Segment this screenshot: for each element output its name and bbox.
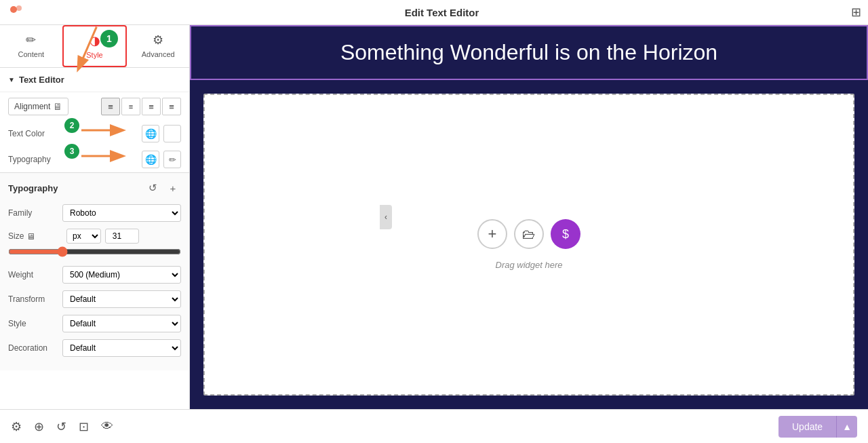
tab-bar: ✏ Content ◑ Style ⚙ Advanced xyxy=(0,25,189,68)
typography-panel: Typography ↺ + Family Roboto Arial Georg… xyxy=(0,172,189,370)
sidebar: ✏ Content ◑ Style ⚙ Advanced ▼ Text Edit… xyxy=(0,25,190,409)
text-color-globe-btn[interactable]: 🌐 xyxy=(142,125,159,142)
typography-edit-btn[interactable]: ✏ xyxy=(163,151,181,168)
tab-content-label: Content xyxy=(18,50,45,58)
weight-value: 100 (Thin) 300 (Light) 400 (Normal) 500 … xyxy=(62,266,181,284)
drop-buttons: + 🗁 $ xyxy=(477,219,580,249)
transform-select[interactable]: Default Uppercase Lowercase Capitalize xyxy=(62,290,181,308)
main-layout: ✏ Content ◑ Style ⚙ Advanced ▼ Text Edit… xyxy=(0,25,868,409)
add-widget-btn[interactable]: + xyxy=(477,219,507,249)
style-value: Default Normal Italic Oblique xyxy=(62,315,181,332)
section-title: Text Editor xyxy=(19,75,64,85)
annotation-arrow-3 xyxy=(81,149,129,165)
section-arrow: ▼ xyxy=(8,76,15,83)
monitor-icon: 🖥 xyxy=(53,101,62,112)
logo xyxy=(7,3,26,22)
responsive-icon[interactable]: ⊡ xyxy=(79,419,89,434)
style-row: Style Default Normal Italic Oblique xyxy=(8,315,181,332)
canvas-area: ‹ Something Wonderful is on the Horizon … xyxy=(190,25,868,409)
app-icon: $ xyxy=(562,227,569,242)
top-bar: Edit Text Editor ⊞ xyxy=(0,0,868,25)
page-title: Edit Text Editor xyxy=(33,7,851,18)
size-unit-select[interactable]: px em rem % xyxy=(66,229,101,244)
typography-panel-header: Typography ↺ + xyxy=(8,180,181,196)
decoration-value: Default Underline Overline Line Through xyxy=(62,339,181,357)
weight-label: Weight xyxy=(8,270,62,280)
alignment-row: Alignment 🖥 ≡ ≡ ≡ ≡ xyxy=(0,92,189,121)
transform-value: Default Uppercase Lowercase Capitalize xyxy=(62,290,181,308)
bottom-icons: ⚙ ⊕ ↺ ⊡ 👁 xyxy=(11,419,113,434)
typography-globe-btn[interactable]: 🌐 xyxy=(142,151,159,168)
tab-content[interactable]: ✏ Content xyxy=(0,25,62,67)
drop-text: Drag widget here xyxy=(496,260,563,270)
size-label: Size 🖥 xyxy=(8,231,62,242)
preview-icon[interactable]: 👁 xyxy=(101,419,113,434)
size-slider[interactable] xyxy=(8,246,181,257)
style-select[interactable]: Default Normal Italic Oblique xyxy=(62,315,181,332)
content-icon: ✏ xyxy=(26,33,36,47)
tab-advanced-label: Advanced xyxy=(142,50,175,58)
typography-reset-btn[interactable]: ↺ xyxy=(144,180,161,196)
align-right-btn[interactable]: ≡ xyxy=(142,98,161,115)
align-left-btn[interactable]: ≡ xyxy=(101,98,120,115)
alignment-label: Alignment 🖥 xyxy=(8,98,68,115)
align-center-btn[interactable]: ≡ xyxy=(121,98,140,115)
text-editor-section[interactable]: ▼ Text Editor xyxy=(0,68,189,92)
update-chevron-btn[interactable]: ▲ xyxy=(836,416,857,438)
typography-add-btn[interactable]: + xyxy=(165,180,181,196)
settings-icon[interactable]: ⚙ xyxy=(11,419,22,434)
size-controls: px em rem % xyxy=(66,229,181,244)
alignment-group: ≡ ≡ ≡ ≡ xyxy=(101,98,181,115)
family-select[interactable]: Roboto Arial Georgia Open Sans Lato xyxy=(62,204,181,222)
family-row: Family Roboto Arial Georgia Open Sans La… xyxy=(8,204,181,222)
canvas-title: Something Wonderful is on the Horizon xyxy=(340,40,717,64)
svg-point-0 xyxy=(10,6,17,13)
text-color-swatch[interactable] xyxy=(163,125,181,142)
folder-btn[interactable]: 🗁 xyxy=(514,219,544,249)
typography-controls: 🌐 ✏ xyxy=(142,151,181,168)
canvas-drop-area: + 🗁 $ Drag widget here xyxy=(203,94,854,396)
weight-row: Weight 100 (Thin) 300 (Light) 400 (Norma… xyxy=(8,266,181,284)
svg-point-1 xyxy=(16,5,22,11)
align-justify-btn[interactable]: ≡ xyxy=(162,98,181,115)
decoration-row: Decoration Default Underline Overline Li… xyxy=(8,339,181,357)
transform-row: Transform Default Uppercase Lowercase Ca… xyxy=(8,290,181,308)
bottom-bar: ⚙ ⊕ ↺ ⊡ 👁 Update ▲ xyxy=(0,409,868,443)
layers-icon[interactable]: ⊕ xyxy=(34,419,44,434)
canvas-title-bar: Something Wonderful is on the Horizon xyxy=(190,25,868,80)
history-icon[interactable]: ↺ xyxy=(56,419,66,434)
family-value: Roboto Arial Georgia Open Sans Lato xyxy=(62,204,181,222)
typography-panel-title: Typography xyxy=(8,183,58,193)
transform-label: Transform xyxy=(8,294,62,304)
update-group: Update ▲ xyxy=(778,416,857,438)
style-icon: ◑ xyxy=(90,33,100,48)
slider-row xyxy=(8,246,181,266)
size-input[interactable] xyxy=(105,229,139,244)
family-label: Family xyxy=(8,208,62,218)
decoration-select[interactable]: Default Underline Overline Line Through xyxy=(62,339,181,357)
size-monitor-icon: 🖥 xyxy=(26,231,35,242)
update-button[interactable]: Update xyxy=(778,416,836,438)
collapse-btn[interactable]: ‹ xyxy=(380,205,392,229)
typography-row: Typography 3 🌐 ✏ xyxy=(0,147,189,172)
advanced-icon: ⚙ xyxy=(153,33,163,47)
decoration-label: Decoration xyxy=(8,343,62,353)
typography-panel-actions: ↺ + xyxy=(144,180,181,196)
tab-advanced[interactable]: ⚙ Advanced xyxy=(127,25,189,67)
annotation-arrow-2 xyxy=(81,123,129,139)
style-label: Style xyxy=(8,319,62,328)
typography-label: Typography xyxy=(8,155,87,164)
size-row: Size 🖥 px em rem % xyxy=(8,229,181,244)
color-controls: 🌐 xyxy=(142,125,181,142)
grid-icon[interactable]: ⊞ xyxy=(851,5,861,20)
weight-select[interactable]: 100 (Thin) 300 (Light) 400 (Normal) 500 … xyxy=(62,266,181,284)
text-color-label: Text Color xyxy=(8,129,87,138)
tab-style[interactable]: ◑ Style xyxy=(62,25,127,67)
text-color-row: Text Color 2 🌐 xyxy=(0,121,189,147)
app-btn[interactable]: $ xyxy=(551,219,580,249)
tab-style-label: Style xyxy=(86,51,102,59)
